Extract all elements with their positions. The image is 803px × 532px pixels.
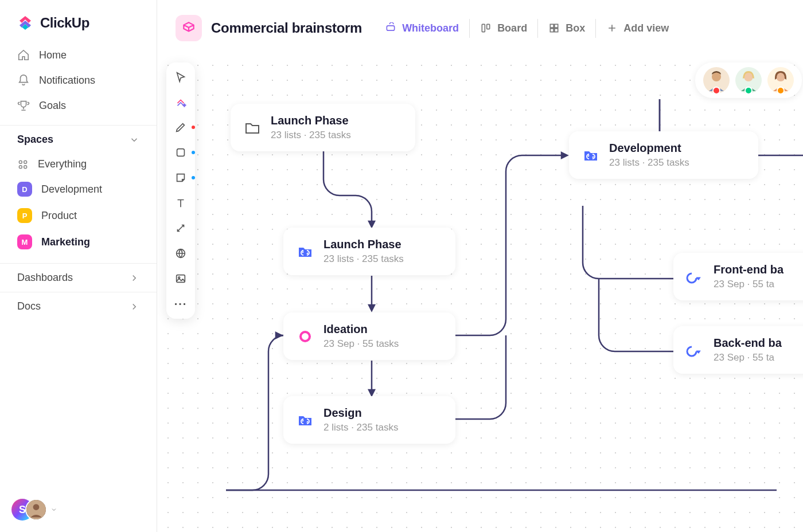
tool-web[interactable] [174, 247, 187, 260]
space-badge: P [17, 208, 32, 223]
svg-point-5 [33, 504, 40, 510]
svg-point-3 [24, 165, 27, 168]
collaborators[interactable] [695, 62, 802, 98]
view-tabs: Whiteboard Board Box Add view [375, 19, 679, 38]
svg-rect-16 [177, 275, 185, 283]
node-title: Back-end ba [714, 337, 782, 350]
node-development[interactable]: Development23 lists · 235 tasks [569, 131, 758, 179]
node-subtitle: 23 Sep · 55 ta [714, 352, 782, 363]
whiteboard-canvas[interactable]: + ··· [157, 54, 803, 532]
tool-shape[interactable] [174, 146, 187, 159]
tool-clickup[interactable]: + [174, 96, 187, 108]
tab-label: Box [566, 22, 585, 34]
svg-rect-10 [555, 24, 558, 28]
user-avatar [25, 499, 47, 521]
node-backend[interactable]: Back-end ba23 Sep · 55 ta [673, 326, 803, 374]
sync-folder-icon [296, 242, 314, 261]
nav-goals-label: Goals [39, 100, 66, 112]
svg-rect-11 [550, 29, 553, 32]
everything-label: Everything [38, 158, 87, 170]
svg-rect-12 [555, 29, 558, 32]
sidebar-dashboards[interactable]: Dashboards [0, 263, 157, 292]
node-subtitle: 2 lists · 235 tasks [323, 422, 398, 433]
main: Commercial brainstorm Whiteboard Board B… [157, 0, 803, 532]
tool-pen[interactable] [174, 121, 187, 134]
nav-notifications[interactable]: Notifications [0, 68, 157, 93]
svg-point-19 [712, 72, 721, 81]
node-title: Development [609, 142, 689, 155]
tool-pointer[interactable] [174, 71, 187, 83]
title-group: Commercial brainstorm [176, 15, 362, 41]
node-subtitle: 23 lists · 235 tasks [609, 157, 689, 169]
space-badge: D [17, 182, 32, 197]
node-title: Front-end ba [714, 263, 783, 276]
board-icon [480, 22, 492, 34]
spaces-header[interactable]: Spaces [0, 125, 157, 152]
node-design[interactable]: Design2 lists · 235 tasks [283, 396, 455, 444]
chevron-right-icon [129, 302, 139, 312]
folder-icon [243, 119, 262, 137]
add-view-label: Add view [623, 22, 669, 34]
add-view-button[interactable]: Add view [595, 19, 679, 38]
brand-name: ClickUp [40, 15, 89, 31]
sidebar-item-product[interactable]: P Product [0, 202, 157, 229]
sidebar-docs[interactable]: Docs [0, 292, 157, 320]
svg-point-1 [24, 161, 27, 163]
svg-point-2 [19, 165, 22, 168]
node-title: Design [323, 406, 398, 420]
nav-notifications-label: Notifications [39, 75, 95, 87]
tool-image[interactable] [174, 272, 187, 285]
node-title: Launch Phase [323, 238, 404, 251]
tab-board[interactable]: Board [469, 19, 537, 38]
sidebar-item-development[interactable]: D Development [0, 176, 157, 202]
avatar[interactable] [735, 67, 762, 93]
logo[interactable]: ClickUp [0, 0, 157, 42]
circle-icon [296, 327, 314, 346]
tool-text[interactable] [174, 197, 187, 209]
nav-home[interactable]: Home [0, 42, 157, 68]
node-title: Launch Phase [271, 114, 351, 127]
svg-rect-8 [487, 24, 490, 29]
chevron-down-icon [129, 135, 139, 145]
avatar[interactable] [703, 67, 730, 93]
avatar-stack: S [11, 499, 47, 521]
avatar[interactable] [767, 67, 794, 93]
space-label: Marketing [41, 236, 90, 248]
svg-rect-9 [550, 24, 553, 28]
sidebar-item-everything[interactable]: Everything [0, 152, 157, 176]
trophy-icon [17, 99, 30, 112]
loop-icon [686, 268, 704, 286]
svg-rect-6 [387, 26, 394, 30]
node-frontend[interactable]: Front-end ba23 Sep · 55 ta [673, 253, 803, 300]
dashboards-label: Dashboards [17, 272, 73, 284]
home-icon [17, 49, 30, 61]
sidebar-item-marketing[interactable]: M Marketing [0, 229, 157, 255]
box-icon [548, 22, 560, 34]
node-launch-phase[interactable]: Launch Phase23 lists · 235 tasks [231, 104, 415, 151]
space-label: Product [41, 210, 77, 222]
nav-goals[interactable]: Goals [0, 93, 157, 118]
bell-icon [17, 74, 30, 87]
chevron-down-icon [50, 506, 57, 513]
whiteboard-icon [385, 22, 396, 34]
page-title: Commercial brainstorm [211, 20, 362, 36]
tool-sticky[interactable] [174, 171, 187, 184]
tab-label: Board [497, 22, 527, 34]
node-subtitle: 23 Sep · 55 tasks [323, 338, 399, 350]
svg-rect-14 [177, 149, 185, 157]
node-launch-phase-2[interactable]: Launch Phase23 lists · 235 tasks [283, 228, 455, 275]
node-subtitle: 23 Sep · 55 ta [714, 279, 783, 290]
svg-text:+: + [183, 103, 186, 108]
page-icon [176, 15, 202, 41]
node-ideation[interactable]: Ideation23 Sep · 55 tasks [283, 312, 455, 360]
tab-label: Whiteboard [402, 22, 459, 34]
user-menu[interactable]: S [11, 499, 57, 521]
tool-connector[interactable] [174, 222, 187, 234]
chevron-right-icon [129, 273, 139, 283]
tool-more[interactable]: ··· [174, 298, 188, 311]
tab-box[interactable]: Box [537, 19, 595, 38]
sidebar: ClickUp Home Notifications Goals Spaces … [0, 0, 157, 532]
sync-folder-icon [582, 146, 600, 165]
tab-whiteboard[interactable]: Whiteboard [375, 19, 469, 38]
nav-home-label: Home [39, 49, 67, 61]
